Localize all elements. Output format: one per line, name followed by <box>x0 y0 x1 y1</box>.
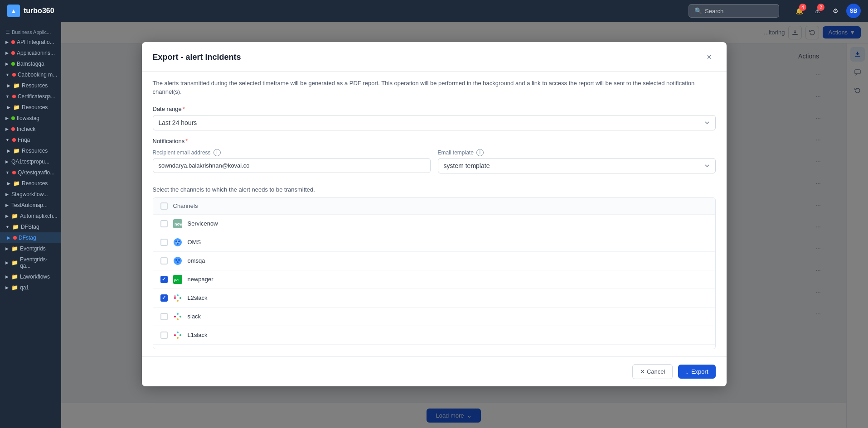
sidebar-item-fnqa[interactable]: ▼ Fnqa <box>0 135 61 145</box>
sidebar-item-qa1testpropu[interactable]: ▶ QA1testpropu... <box>0 156 61 167</box>
sidebar-item-testautomap[interactable]: ▶ TestAutomap... <box>0 200 61 211</box>
l1slack-icon <box>173 331 182 340</box>
channel-row-omsqa[interactable]: omsqa <box>153 252 715 270</box>
recipient-email-input[interactable] <box>153 158 431 173</box>
status-dot <box>12 95 16 98</box>
channel-checkbox-newpager[interactable] <box>160 276 168 283</box>
channel-checkbox-oms[interactable] <box>160 239 168 246</box>
status-dot <box>11 40 15 44</box>
sidebar-item-fncheck[interactable]: ▶ fncheck <box>0 124 61 135</box>
sidebar-item-stagworkflow[interactable]: ▶ Stagworkflow... <box>0 189 61 200</box>
cancel-label: Cancel <box>647 368 665 375</box>
channel-checkbox-servicenow[interactable] <box>160 220 168 227</box>
channel-row-devops[interactable]: devops <box>153 345 715 349</box>
sidebar-item-resources-cert[interactable]: ▶ 📁 Resources <box>0 102 61 113</box>
sidebar-item-eventgrids[interactable]: ▶ 📁 Eventgrids <box>0 243 61 254</box>
search-icon: 🔍 <box>694 7 702 14</box>
user-avatar[interactable]: SB <box>846 4 861 18</box>
header-search[interactable]: 🔍 Search <box>689 4 779 18</box>
sidebar-item-applicationins[interactable]: ▶ Applicationins... <box>0 48 61 58</box>
modal-header: Export - alert incidents × <box>142 42 727 72</box>
template-info-icon[interactable]: i <box>476 149 484 156</box>
alerts-button[interactable]: ⚠ 2 <box>810 4 824 18</box>
channel-row-l2slack[interactable]: L2slack <box>153 289 715 308</box>
folder-icon: 📁 <box>13 82 20 89</box>
channel-row-oms[interactable]: OMS <box>153 233 715 252</box>
svg-rect-24 <box>177 318 179 320</box>
sidebar-item-resources-fn[interactable]: ▶ 📁 Resources <box>0 145 61 156</box>
sidebar-item-api-integration[interactable]: ▶ API Integratio... <box>0 37 61 48</box>
channel-name-l2slack: L2slack <box>188 294 208 301</box>
modal-body: The alerts transmitted during the select… <box>142 72 727 356</box>
sidebar-item-label: Resources <box>22 82 48 89</box>
status-dot <box>11 51 15 55</box>
sidebar-item-bamstagqa[interactable]: ▶ Bamstagqa <box>0 58 61 69</box>
channels-section: Select the channels to which the alert n… <box>153 186 716 349</box>
modal-overlay: Export - alert incidents × The alerts tr… <box>61 22 868 428</box>
servicenow-icon: now <box>173 219 182 228</box>
sidebar-item-laworkflows[interactable]: ▶ 📁 Laworkflows <box>0 271 61 282</box>
sidebar-item-label: DFstag <box>19 235 36 241</box>
cancel-button[interactable]: ✕ Cancel <box>632 364 673 379</box>
svg-rect-18 <box>179 297 181 299</box>
l2slack-icon <box>173 293 182 303</box>
svg-point-7 <box>175 240 177 242</box>
channel-row-servicenow[interactable]: now Servicenow <box>153 215 715 233</box>
sidebar-item-qa1[interactable]: ▶ 📁 qa1 <box>0 282 61 293</box>
notifications-bell-button[interactable]: 🔔 4 <box>792 4 806 18</box>
svg-rect-20 <box>174 295 176 297</box>
channel-checkbox-omsqa[interactable] <box>160 257 168 264</box>
sidebar-item-label: Stagworkflow... <box>11 191 48 197</box>
export-button[interactable]: ↓ Export <box>678 365 715 379</box>
status-dot <box>12 171 16 174</box>
svg-rect-23 <box>179 316 181 317</box>
sidebar-item-qatestqawflo[interactable]: ▼ QAtestqawflo... <box>0 167 61 178</box>
channel-name-slack: slack <box>188 313 201 320</box>
export-label: Export <box>691 368 708 375</box>
sidebar-item-label: Certificatesqa... <box>18 93 55 100</box>
svg-rect-25 <box>174 334 176 336</box>
sidebar-item-cabbooking[interactable]: ▼ Cabbooking m... <box>0 69 61 80</box>
settings-button[interactable]: ⚙ <box>828 4 843 18</box>
sidebar-item-resources-qa[interactable]: ▶ 📁 Resources <box>0 178 61 189</box>
chevron-icon: ▶ <box>7 149 10 153</box>
recipient-label: Recipient email address i <box>153 149 431 156</box>
channel-row-slack[interactable]: slack <box>153 308 715 326</box>
chevron-icon: ▼ <box>5 225 10 229</box>
status-dot <box>11 127 15 131</box>
chevron-icon: ▼ <box>5 138 10 142</box>
channel-checkbox-slack[interactable] <box>160 313 168 320</box>
channel-row-l1slack[interactable]: L1slack <box>153 326 715 345</box>
sidebar-item-dfstag-sub[interactable]: ▶ DFstag <box>0 232 61 243</box>
sidebar-item-automapfixch[interactable]: ▶ 📁 Automapfixch... <box>0 211 61 221</box>
cancel-icon: ✕ <box>640 368 645 375</box>
chevron-icon: ▶ <box>5 246 9 251</box>
channel-checkbox-l2slack[interactable] <box>160 294 168 302</box>
sidebar-item-eventgrids-qa[interactable]: ▶ 📁 Eventgrids-qa... <box>0 254 61 271</box>
modal-description: The alerts transmitted during the select… <box>153 79 716 96</box>
sidebar-item-certificatesqa[interactable]: ▼ Certificatesqa... <box>0 91 61 102</box>
select-all-checkbox[interactable] <box>160 202 168 210</box>
app-title: turbo360 <box>24 7 54 15</box>
channels-list: Channels now <box>153 197 716 349</box>
channel-row-newpager[interactable]: pd newpager <box>153 270 715 289</box>
app-logo: ▲ turbo360 <box>7 5 54 17</box>
channel-checkbox-l1slack[interactable] <box>160 332 168 339</box>
chevron-icon: ▶ <box>5 62 9 66</box>
date-range-select[interactable]: Last 24 hours Last 7 days Last 30 days C… <box>153 115 716 130</box>
sidebar-item-resources-cab[interactable]: ▶ 📁 Resources <box>0 80 61 91</box>
svg-point-10 <box>174 257 182 265</box>
modal-close-button[interactable]: × <box>703 51 716 64</box>
sidebar-item-label: Resources <box>22 148 48 154</box>
chevron-icon: ▼ <box>5 94 10 99</box>
channel-name-servicenow: Servicenow <box>188 220 218 227</box>
sidebar-item-flowsstag[interactable]: ▶ flowsstag <box>0 113 61 124</box>
sidebar-item-dfstag[interactable]: ▼ 📁 DFStag <box>0 221 61 232</box>
folder-icon: 📁 <box>13 180 20 187</box>
alerts-badge: 2 <box>817 4 824 11</box>
email-template-select[interactable]: system template <box>438 158 716 173</box>
svg-point-12 <box>178 259 180 261</box>
chevron-icon: ▶ <box>5 51 9 55</box>
recipient-info-icon[interactable]: i <box>213 149 221 156</box>
channel-name-omsqa: omsqa <box>188 257 205 264</box>
